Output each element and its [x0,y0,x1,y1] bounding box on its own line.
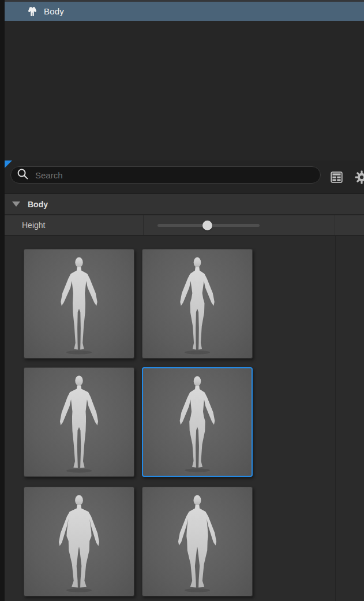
gear-icon [354,170,364,185]
height-label: Height [22,221,45,230]
preset-thumbnail-female-heavy[interactable] [142,487,253,596]
table-view-button[interactable] [331,160,343,193]
body-suit-icon [26,5,39,18]
preset-thumbnail-male-average[interactable] [24,367,134,477]
preset-thumbnail-female-slim[interactable] [142,249,253,359]
height-slider-track[interactable] [157,224,260,227]
preset-thumbnail-female-average[interactable] [142,367,253,477]
body-figure-female-heavy [178,495,216,588]
character-editor-body-panel: Body [0,0,364,601]
section-header-body[interactable]: Body [5,193,364,214]
preset-thumbnail-male-heavy[interactable] [24,487,134,596]
tab-body[interactable]: Body [5,2,364,21]
property-end-cell [336,215,364,235]
grid-column-divider [335,236,336,601]
search-toolbar [5,160,364,193]
search-input-container[interactable] [10,166,321,184]
property-value-cell [144,215,335,235]
body-figure-female-slim [180,257,214,350]
tab-title: Body [44,6,64,16]
preset-thumbnail-male-slim[interactable] [24,249,134,359]
body-figure-female-average [180,376,215,467]
body-preset-grid [5,236,364,601]
property-row-height: Height [5,215,364,236]
table-view-icon [331,171,343,183]
body-figure-male-average [60,376,98,468]
height-slider-handle[interactable] [202,221,212,230]
body-figure-male-slim [61,257,97,350]
section-title: Body [28,200,48,209]
body-presets-panel: Body Height [5,160,364,601]
settings-button[interactable] [354,160,364,193]
preview-viewport [5,21,364,160]
search-input[interactable] [34,170,314,181]
search-icon [17,168,29,182]
property-label-cell: Height [5,215,144,235]
panel-left-edge [0,0,5,601]
chevron-down-icon[interactable] [12,201,20,207]
body-figure-male-heavy [59,495,99,588]
